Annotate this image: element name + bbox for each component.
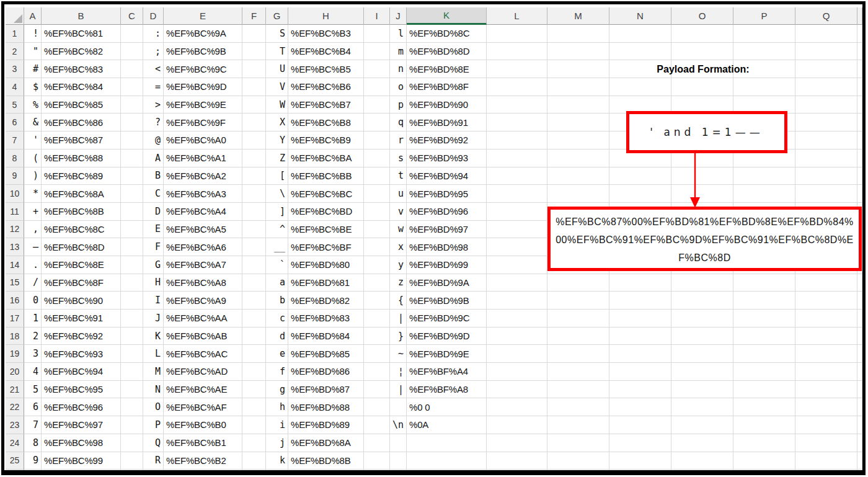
- cell-J18[interactable]: }: [390, 328, 407, 345]
- cell-E14[interactable]: %EF%BC%A7: [164, 256, 242, 274]
- cell-F7[interactable]: [242, 132, 266, 149]
- cell-O24[interactable]: [671, 434, 733, 452]
- cell-C2[interactable]: [121, 43, 143, 61]
- cell-J17[interactable]: |: [390, 310, 407, 328]
- cell-M20[interactable]: [547, 363, 609, 381]
- cell-D2[interactable]: ;: [143, 43, 164, 61]
- cell-L6[interactable]: [487, 114, 547, 132]
- cell-Q24[interactable]: [795, 434, 857, 452]
- cell-L14[interactable]: [487, 256, 547, 274]
- cell-Q5[interactable]: [795, 96, 857, 114]
- cell-J5[interactable]: p: [390, 96, 407, 114]
- cell-F11[interactable]: [242, 203, 266, 221]
- cell-J12[interactable]: w: [390, 221, 407, 239]
- cell-D10[interactable]: C: [143, 185, 164, 203]
- cell-P24[interactable]: [733, 434, 795, 452]
- cell-O21[interactable]: [671, 381, 733, 399]
- cell-C3[interactable]: [121, 60, 143, 78]
- cell-C14[interactable]: [121, 256, 143, 274]
- cell-O1[interactable]: [671, 25, 733, 43]
- row-header-14[interactable]: 14: [6, 256, 24, 274]
- cell-F23[interactable]: [242, 416, 266, 434]
- cell-G8[interactable]: Z: [266, 149, 288, 167]
- cell-G12[interactable]: ^: [266, 221, 288, 239]
- cell-C21[interactable]: [121, 381, 143, 399]
- cell-E7[interactable]: %EF%BC%A0: [164, 132, 242, 149]
- cell-M16[interactable]: [547, 292, 609, 310]
- cell-I11[interactable]: [364, 203, 390, 221]
- cell-D12[interactable]: E: [143, 221, 164, 239]
- cell-D19[interactable]: L: [143, 345, 164, 363]
- cell-H13[interactable]: %EF%BC%BF: [288, 238, 364, 256]
- cell-I16[interactable]: [364, 292, 390, 310]
- cell-J7[interactable]: r: [390, 132, 407, 149]
- cell-Q9[interactable]: [795, 167, 857, 185]
- cell-A15[interactable]: /: [24, 274, 42, 292]
- payload-encoded-box[interactable]: %EF%BC%87%00%EF%BD%81%EF%BD%8E%EF%BD%84%…: [547, 207, 862, 271]
- cell-C19[interactable]: [121, 345, 143, 363]
- column-header-L[interactable]: L: [487, 7, 547, 25]
- cell-L10[interactable]: [487, 185, 547, 203]
- cell-J20[interactable]: ¦: [390, 363, 407, 381]
- cell-E18[interactable]: %EF%BC%AB: [164, 328, 242, 345]
- cell-O23[interactable]: [671, 416, 733, 434]
- cell-J22[interactable]: [390, 398, 407, 416]
- cell-A17[interactable]: 1: [24, 310, 42, 328]
- cell-D3[interactable]: <: [143, 60, 164, 78]
- column-header-N[interactable]: N: [609, 7, 671, 25]
- cell-K3[interactable]: %EF%BD%8E: [407, 60, 487, 78]
- cell-K13[interactable]: %EF%BD%98: [407, 238, 487, 256]
- cell-H6[interactable]: %EF%BC%B8: [288, 114, 364, 132]
- cell-D13[interactable]: F: [143, 238, 164, 256]
- cell-H1[interactable]: %EF%BC%B3: [288, 25, 364, 43]
- cell-A24[interactable]: 8: [24, 434, 42, 452]
- cell-I13[interactable]: [364, 238, 390, 256]
- cell-I17[interactable]: [364, 310, 390, 328]
- cell-C5[interactable]: [121, 96, 143, 114]
- cell-P22[interactable]: [733, 398, 795, 416]
- cell-O22[interactable]: [671, 398, 733, 416]
- cell-M8[interactable]: [547, 149, 609, 167]
- column-header-D[interactable]: D: [143, 7, 164, 25]
- cell-K15[interactable]: %EF%BD%9A: [407, 274, 487, 292]
- row-header-17[interactable]: 17: [6, 310, 24, 328]
- cell-C12[interactable]: [121, 221, 143, 239]
- cell-I6[interactable]: [364, 114, 390, 132]
- cell-H9[interactable]: %EF%BC%BB: [288, 167, 364, 185]
- row-header-22[interactable]: 22: [6, 398, 24, 416]
- cell-K22[interactable]: %0 0: [407, 398, 487, 416]
- cell-I4[interactable]: [364, 78, 390, 96]
- cell-D8[interactable]: A: [143, 149, 164, 167]
- cell-D18[interactable]: K: [143, 328, 164, 345]
- cell-G6[interactable]: X: [266, 114, 288, 132]
- cell-K18[interactable]: %EF%BD%9D: [407, 328, 487, 345]
- cell-G23[interactable]: i: [266, 416, 288, 434]
- cell-E10[interactable]: %EF%BC%A3: [164, 185, 242, 203]
- cell-H18[interactable]: %EF%BD%84: [288, 328, 364, 345]
- cell-I1[interactable]: [364, 25, 390, 43]
- cell-N22[interactable]: [609, 398, 671, 416]
- cell-B17[interactable]: %EF%BC%91: [42, 310, 121, 328]
- cell-J21[interactable]: |: [390, 381, 407, 399]
- cell-L20[interactable]: [487, 363, 547, 381]
- cell-K2[interactable]: %EF%BD%8D: [407, 43, 487, 61]
- cell-P4[interactable]: [733, 78, 795, 96]
- cell-F12[interactable]: [242, 221, 266, 239]
- cell-N18[interactable]: [609, 328, 671, 345]
- cell-P9[interactable]: [733, 167, 795, 185]
- cell-G24[interactable]: j: [266, 434, 288, 452]
- cell-F3[interactable]: [242, 60, 266, 78]
- cell-C11[interactable]: [121, 203, 143, 221]
- cell-D14[interactable]: G: [143, 256, 164, 274]
- cell-F2[interactable]: [242, 43, 266, 61]
- cell-D1[interactable]: :: [143, 25, 164, 43]
- cell-H15[interactable]: %EF%BD%81: [288, 274, 364, 292]
- cell-O20[interactable]: [671, 363, 733, 381]
- cell-O17[interactable]: [671, 310, 733, 328]
- cell-H10[interactable]: %EF%BC%BC: [288, 185, 364, 203]
- cell-L5[interactable]: [487, 96, 547, 114]
- row-header-9[interactable]: 9: [6, 167, 24, 185]
- cell-A1[interactable]: !: [24, 25, 42, 43]
- cell-P10[interactable]: [733, 185, 795, 203]
- cell-D16[interactable]: I: [143, 292, 164, 310]
